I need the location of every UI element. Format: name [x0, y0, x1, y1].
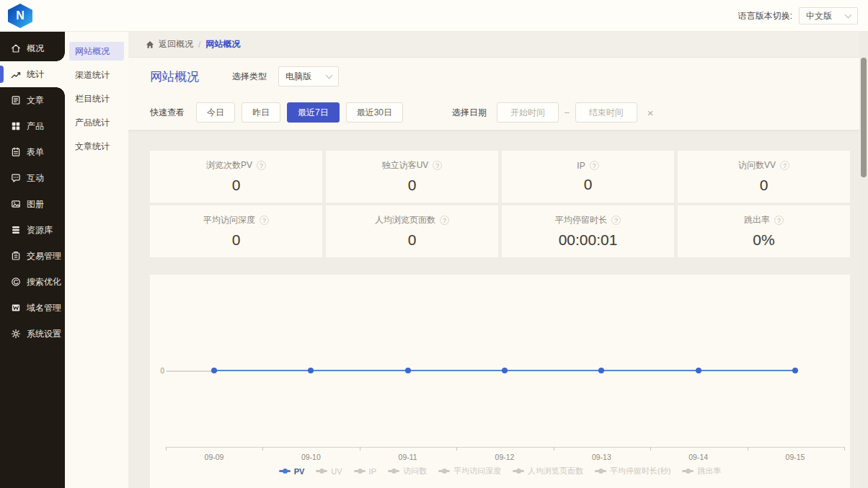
stat-value: 00:00:01: [559, 231, 618, 249]
stat-value: 0: [408, 231, 417, 249]
stat-value: 0: [584, 176, 593, 193]
sidebar-item-settings[interactable]: 系统设置: [0, 321, 65, 347]
help-icon[interactable]: ?: [433, 161, 442, 170]
sidebar-item-overview[interactable]: 概况: [0, 35, 65, 61]
sidebar-item-domains[interactable]: 域名管理: [0, 295, 65, 321]
legend-marker-icon: [438, 470, 450, 472]
help-icon[interactable]: ?: [260, 216, 269, 225]
legend-item-2[interactable]: IP: [354, 467, 376, 476]
subnav-item-4[interactable]: 文章统计: [69, 137, 124, 156]
sidebar-menu: 概况统计文章产品表单互动图册资源库交易管理搜索优化域名管理系统设置: [0, 35, 65, 347]
sidebar-item-articles[interactable]: 文章: [0, 87, 65, 113]
end-date-input[interactable]: [575, 102, 637, 123]
legend-item-6[interactable]: 平均停留时长(秒): [595, 466, 670, 476]
subnav-item-label: 文章统计: [75, 141, 110, 153]
top-bar: N 语言版本切换: 中文版: [0, 0, 868, 32]
start-date-input[interactable]: [497, 102, 559, 123]
stat-label: 跳出率: [744, 214, 770, 226]
legend-marker-icon: [388, 470, 399, 472]
legend-item-5[interactable]: 人均浏览页面数: [513, 466, 583, 476]
sidebar-item-products[interactable]: 产品: [0, 113, 65, 139]
subnav-item-0[interactable]: 网站概况: [69, 42, 124, 61]
sidebar-item-label: 产品: [27, 120, 44, 133]
trend-chart-panel: 0 09-0909-1009-1109-1209-1309-1409-15 PV…: [150, 275, 850, 488]
quick-range-button-3[interactable]: 最近30日: [346, 102, 403, 123]
seo-icon: [11, 277, 21, 287]
help-icon[interactable]: ?: [611, 216, 621, 225]
stats-cards: 浏览次数PV?0独立访客UV?0IP?0访问数VV?0平均访问深度?0人均浏览页…: [150, 151, 868, 257]
library-icon: [11, 225, 21, 235]
help-icon[interactable]: ?: [780, 161, 789, 170]
quick-range-button-2[interactable]: 最近7日: [287, 102, 340, 123]
x-axis-tick: [554, 447, 554, 451]
clear-date-icon[interactable]: ×: [647, 107, 654, 118]
type-select[interactable]: 电脑版: [278, 66, 339, 86]
language-label: 语言版本切换:: [738, 10, 792, 22]
subnav-item-3[interactable]: 产品统计: [69, 113, 124, 132]
breadcrumb-back-link[interactable]: 返回概况: [146, 38, 193, 50]
y-axis-tick: 0: [151, 367, 164, 375]
chevron-down-icon: [845, 11, 852, 18]
legend-label: PV: [294, 467, 305, 476]
language-select-value: 中文版: [806, 10, 832, 22]
sidebar-item-interaction[interactable]: 互动: [0, 165, 65, 191]
legend-item-4[interactable]: 平均访问深度: [438, 466, 501, 476]
active-indicator: [0, 66, 4, 83]
stat-label: 浏览次数PV: [206, 159, 252, 172]
quick-range-button-1[interactable]: 昨日: [242, 102, 280, 123]
help-icon[interactable]: ?: [774, 216, 784, 225]
data-point: [792, 368, 798, 373]
stats-icon: [11, 69, 21, 79]
sidebar-item-label: 域名管理: [27, 302, 61, 314]
page-header: 网站概况 选择类型 电脑版: [128, 58, 868, 95]
sidebar-item-forms[interactable]: 表单: [0, 139, 65, 165]
sidebar-item-gallery[interactable]: 图册: [0, 191, 65, 217]
stat-card: 跳出率?0%: [678, 205, 850, 257]
stat-value: 0: [408, 177, 417, 194]
x-axis-label: 09-10: [278, 453, 343, 461]
home-icon: [11, 43, 21, 53]
sidebar-item-seo[interactable]: 搜索优化: [0, 269, 65, 295]
trade-icon: [11, 251, 21, 261]
x-axis-label: 09-09: [182, 453, 247, 461]
sidebar-item-label: 概况: [27, 43, 44, 55]
vertical-scrollbar-thumb[interactable]: [861, 58, 867, 177]
sidebar-item-statistics[interactable]: 统计: [0, 61, 65, 87]
subnav-item-2[interactable]: 栏目统计: [69, 89, 124, 108]
x-axis-tick: [748, 447, 748, 451]
help-icon[interactable]: ?: [257, 161, 266, 170]
quick-range-button-0[interactable]: 今日: [196, 102, 235, 123]
x-axis-tick: [262, 447, 263, 451]
article-icon: [11, 95, 21, 105]
help-icon[interactable]: ?: [590, 161, 599, 170]
sidebar-item-label: 系统设置: [27, 328, 61, 340]
vertical-scrollbar-track[interactable]: [859, 32, 868, 488]
x-axis-tick: [360, 447, 360, 451]
stat-card: 平均访问深度?0: [150, 205, 322, 257]
sidebar-item-label: 表单: [27, 146, 44, 159]
stat-label: IP: [577, 161, 585, 171]
x-axis-label: 09-15: [763, 453, 828, 461]
data-point: [308, 368, 314, 373]
stat-label: 独立访客UV: [382, 159, 429, 172]
breadcrumb-current[interactable]: 网站概况: [205, 38, 240, 50]
stat-card: 浏览次数PV?0: [150, 151, 322, 203]
legend-item-7[interactable]: 跳出率: [682, 466, 721, 476]
product-icon: [11, 121, 21, 131]
help-icon[interactable]: ?: [440, 216, 449, 225]
sidebar-item-trade[interactable]: 交易管理: [0, 243, 65, 269]
legend-label: 平均停留时长(秒): [610, 466, 670, 476]
sub-sidebar-menu: 网站概况渠道统计栏目统计产品统计文章统计: [65, 42, 128, 156]
stat-value: 0: [232, 177, 241, 194]
sidebar-item-resources[interactable]: 资源库: [0, 217, 65, 243]
legend-item-0[interactable]: PV: [279, 467, 305, 476]
stat-label: 人均浏览页面数: [375, 214, 435, 226]
subnav-item-1[interactable]: 渠道统计: [69, 66, 124, 84]
legend-label: 访问数: [403, 466, 427, 476]
legend-item-3[interactable]: 访问数: [388, 466, 427, 476]
language-select[interactable]: 中文版: [799, 7, 858, 25]
quick-view-label: 快速查看: [150, 107, 185, 119]
legend-item-1[interactable]: UV: [316, 467, 342, 476]
sidebar-item-label: 图册: [27, 198, 44, 210]
date-range-label: 选择日期: [452, 107, 487, 119]
